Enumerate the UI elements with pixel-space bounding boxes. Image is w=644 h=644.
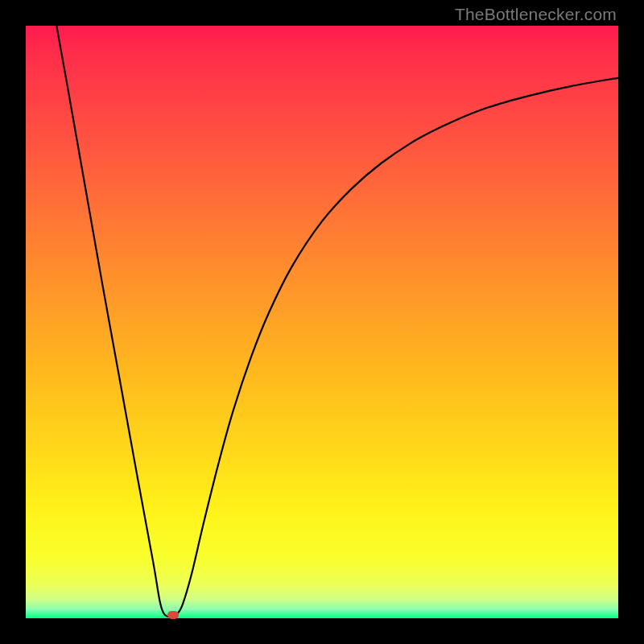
watermark-label: TheBottlenecker.com [455, 5, 617, 24]
bottleneck-curve [56, 26, 618, 617]
chart-frame: TheBottlenecker.com [0, 0, 644, 644]
optimal-marker [167, 611, 179, 619]
plot-area [26, 26, 618, 618]
curve-svg [26, 26, 618, 618]
